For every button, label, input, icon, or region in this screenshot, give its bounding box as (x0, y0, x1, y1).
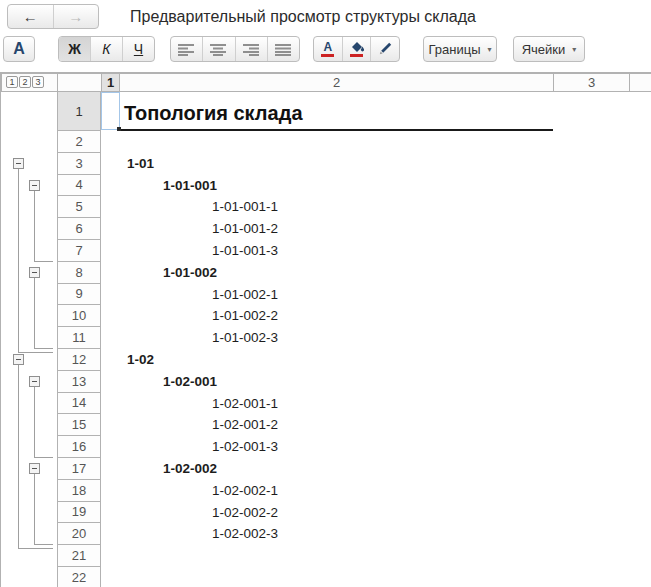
cell-row-3[interactable]: 1-01 (127, 153, 154, 175)
group-tree-elbow (34, 544, 53, 545)
forward-button[interactable]: → (53, 5, 99, 28)
borders-label: Границы (428, 42, 480, 57)
collapse-group-button[interactable] (13, 354, 24, 365)
cells-label: Ячейки (522, 42, 566, 57)
underline-button[interactable]: Ч (122, 37, 154, 61)
cell-row-18[interactable]: 1-02-002-1 (212, 480, 278, 502)
group-level-button-3[interactable]: 3 (32, 76, 44, 88)
title-underline (119, 129, 553, 131)
row-header-14[interactable]: 14 (57, 393, 101, 415)
row-header-15[interactable]: 15 (57, 414, 101, 436)
selected-cell-outline (101, 92, 120, 130)
line-color-button[interactable] (370, 37, 399, 61)
cell-row-4[interactable]: 1-01-001 (163, 175, 217, 197)
font-style-group: Ж К Ч (58, 36, 155, 62)
row-header-21[interactable]: 21 (57, 545, 101, 567)
row-header-16[interactable]: 16 (57, 436, 101, 458)
collapse-group-button[interactable] (29, 463, 40, 474)
row-header-5[interactable]: 5 (57, 196, 101, 218)
cell-row-12[interactable]: 1-02 (127, 349, 154, 371)
column-header-1[interactable]: 1 (101, 73, 120, 92)
row-header-7[interactable]: 7 (57, 240, 101, 262)
row-header-18[interactable]: 18 (57, 480, 101, 502)
align-justify-button[interactable] (267, 37, 299, 61)
back-arrow-icon: ← (23, 8, 38, 25)
cell-row-8[interactable]: 1-01-002 (163, 262, 217, 284)
collapse-group-button[interactable] (13, 158, 24, 169)
group-tree-line (34, 387, 35, 457)
group-tree-elbow (34, 457, 53, 458)
row-header-22[interactable]: 22 (57, 567, 101, 587)
cell-title[interactable]: Топология склада (124, 92, 303, 125)
cell-row-15[interactable]: 1-02-001-2 (212, 414, 278, 436)
group-tree-line (18, 169, 19, 352)
alignment-group (170, 36, 300, 62)
forward-arrow-icon: → (68, 8, 83, 25)
paint-bucket-icon (349, 41, 364, 57)
selection-handle[interactable] (117, 127, 121, 131)
row-header-2[interactable]: 2 (57, 131, 101, 153)
row-header-3[interactable]: 3 (57, 153, 101, 175)
row-header-13[interactable]: 13 (57, 371, 101, 393)
column-header-2[interactable]: 2 (119, 73, 554, 92)
cell-row-10[interactable]: 1-01-002-2 (212, 305, 278, 327)
cell-row-7[interactable]: 1-01-001-3 (212, 240, 278, 262)
cell-row-14[interactable]: 1-02-001-1 (212, 393, 278, 415)
cells-dropdown-button[interactable]: Ячейки ▾ (513, 36, 585, 62)
row-header-8[interactable]: 8 (57, 262, 101, 284)
group-tree-line (34, 191, 35, 261)
bold-button[interactable]: Ж (59, 37, 90, 61)
cell-row-19[interactable]: 1-02-002-2 (212, 502, 278, 524)
italic-button[interactable]: К (90, 37, 122, 61)
align-left-button[interactable] (171, 37, 202, 61)
cell-row-16[interactable]: 1-02-001-3 (212, 436, 278, 458)
window-title: Предварительный просмотр структуры склад… (130, 4, 476, 29)
fill-color-button[interactable] (342, 37, 371, 61)
collapse-group-button[interactable] (29, 267, 40, 278)
cell-row-13[interactable]: 1-02-001 (163, 371, 217, 393)
align-right-icon (243, 43, 260, 56)
pencil-icon (377, 41, 393, 57)
font-color-icon: А (321, 41, 334, 57)
cell-row-6[interactable]: 1-01-001-2 (212, 218, 278, 240)
row-header-4[interactable]: 4 (57, 175, 101, 197)
nav-history-group: ← → (7, 4, 99, 29)
align-right-button[interactable] (235, 37, 267, 61)
cell-row-17[interactable]: 1-02-002 (163, 458, 217, 480)
collapse-group-button[interactable] (29, 376, 40, 387)
column-header-stub (629, 73, 651, 92)
align-left-icon (178, 43, 195, 56)
row-header-17[interactable]: 17 (57, 458, 101, 480)
row-header-1[interactable]: 1 (57, 92, 101, 131)
chevron-down-icon: ▾ (572, 45, 576, 54)
group-level-button-2[interactable]: 2 (19, 76, 31, 88)
preview-window: ← → Предварительный просмотр структуры с… (0, 0, 651, 587)
row-header-9[interactable]: 9 (57, 284, 101, 306)
row-header-11[interactable]: 11 (57, 327, 101, 349)
column-header-3[interactable]: 3 (553, 73, 630, 92)
align-center-icon (210, 43, 227, 56)
row-header-12[interactable]: 12 (57, 349, 101, 371)
align-center-button[interactable] (202, 37, 234, 61)
row-header-corner[interactable] (57, 73, 102, 92)
cell-row-9[interactable]: 1-01-002-1 (212, 284, 278, 306)
row-header-6[interactable]: 6 (57, 218, 101, 240)
font-color-button[interactable]: А (314, 37, 342, 61)
row-header-19[interactable]: 19 (57, 502, 101, 524)
cell-row-11[interactable]: 1-01-002-3 (212, 327, 278, 349)
group-level-button-1[interactable]: 1 (6, 76, 18, 88)
row-header-20[interactable]: 20 (57, 523, 101, 545)
cell-row-20[interactable]: 1-02-002-3 (212, 523, 278, 545)
row-header-10[interactable]: 10 (57, 305, 101, 327)
group-tree-line (34, 278, 35, 348)
group-tree-elbow (18, 548, 53, 549)
font-button[interactable]: А (3, 36, 35, 62)
cell-row-5[interactable]: 1-01-001-1 (212, 196, 278, 218)
back-button[interactable]: ← (8, 5, 53, 28)
align-justify-icon (275, 43, 292, 56)
group-tree-line (34, 474, 35, 544)
group-tree-elbow (34, 348, 53, 349)
group-tree-elbow (34, 261, 53, 262)
collapse-group-button[interactable] (29, 180, 40, 191)
borders-dropdown-button[interactable]: Границы ▾ (423, 36, 497, 62)
